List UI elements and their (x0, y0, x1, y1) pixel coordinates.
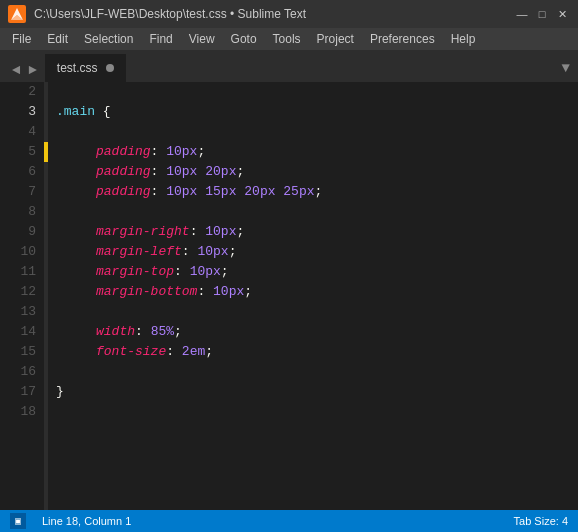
cursor-position: Line 18, Column 1 (42, 515, 131, 527)
menu-item-file[interactable]: File (4, 28, 39, 50)
tab-modified-indicator (106, 64, 114, 72)
code-line-3: .main { (56, 102, 578, 122)
brace-open: { (95, 102, 111, 122)
tab-list-dropdown[interactable]: ▼ (562, 60, 570, 76)
line-num-4: 5 (0, 142, 36, 162)
status-icon: ▣ (10, 513, 26, 529)
active-tab[interactable]: test.css (45, 54, 126, 82)
line-num-7: 8 (0, 202, 36, 222)
code-line-4 (56, 122, 578, 142)
code-line-18 (56, 402, 578, 422)
line-num-12: 13 (0, 302, 36, 322)
minimize-button[interactable]: — (514, 6, 530, 22)
line-num-11: 12 (0, 282, 36, 302)
code-line-10: margin-left : 10px ; (56, 242, 578, 262)
code-line-9: margin-right : 10px ; (56, 222, 578, 242)
line-num-15: 16 (0, 362, 36, 382)
brace-close: } (56, 382, 64, 402)
selector-token: .main (56, 102, 95, 122)
menu-item-tools[interactable]: Tools (265, 28, 309, 50)
line-num-13: 14 (0, 322, 36, 342)
modified-line-mark (44, 142, 48, 162)
window-title: C:\Users\JLF-WEB\Desktop\test.css • Subl… (34, 7, 506, 21)
property-token: margin-bottom (96, 282, 197, 302)
code-line-13 (56, 302, 578, 322)
property-token: padding (96, 182, 151, 202)
code-content[interactable]: .main { padding : 10px ; padding : 10px … (48, 82, 578, 510)
menu-item-selection[interactable]: Selection (76, 28, 141, 50)
property-token: padding (96, 162, 151, 182)
tab-size-info: Tab Size: 4 (514, 515, 568, 527)
line-num-5: 6 (0, 162, 36, 182)
code-line-5: padding : 10px ; (56, 142, 578, 162)
menu-item-goto[interactable]: Goto (223, 28, 265, 50)
menu-bar: FileEditSelectionFindViewGotoToolsProjec… (0, 28, 578, 50)
code-line-16 (56, 362, 578, 382)
property-token: padding (96, 142, 151, 162)
code-line-11: margin-top : 10px ; (56, 262, 578, 282)
tab-scroll-left[interactable]: ◄ (8, 62, 24, 78)
tab-bar: ◄ ► test.css ▼ (0, 50, 578, 82)
status-bar: ▣ Line 18, Column 1 Tab Size: 4 (0, 510, 578, 532)
tab-title: test.css (57, 61, 98, 75)
code-line-6: padding : 10px 20px ; (56, 162, 578, 182)
gutter-indicator (44, 82, 48, 510)
menu-item-edit[interactable]: Edit (39, 28, 76, 50)
menu-item-view[interactable]: View (181, 28, 223, 50)
line-num-17: 18 (0, 402, 36, 422)
close-button[interactable]: ✕ (554, 6, 570, 22)
line-num-1: 2 (0, 82, 36, 102)
line-num-14: 15 (0, 342, 36, 362)
code-line-17: } (56, 382, 578, 402)
code-line-8 (56, 202, 578, 222)
window-controls: — □ ✕ (514, 6, 570, 22)
line-numbers: 2 3 4 5 6 7 8 9 10 11 12 13 14 15 16 17 … (0, 82, 44, 510)
editor-area: 2 3 4 5 6 7 8 9 10 11 12 13 14 15 16 17 … (0, 82, 578, 510)
property-token: width (96, 322, 135, 342)
tab-scroll-right[interactable]: ► (24, 62, 40, 78)
line-num-3: 4 (0, 122, 36, 142)
code-line-15: font-size : 2em ; (56, 342, 578, 362)
property-token: font-size (96, 342, 166, 362)
code-line-7: padding : 10px 15px 20px 25px ; (56, 182, 578, 202)
menu-item-find[interactable]: Find (141, 28, 180, 50)
line-num-6: 7 (0, 182, 36, 202)
property-token: margin-left (96, 242, 182, 262)
line-num-2: 3 (0, 102, 36, 122)
code-line-12: margin-bottom : 10px ; (56, 282, 578, 302)
menu-item-help[interactable]: Help (443, 28, 484, 50)
line-num-10: 11 (0, 262, 36, 282)
menu-item-project[interactable]: Project (309, 28, 362, 50)
property-token: margin-top (96, 262, 174, 282)
line-num-9: 10 (0, 242, 36, 262)
maximize-button[interactable]: □ (534, 6, 550, 22)
code-line-2 (56, 82, 578, 102)
title-bar: C:\Users\JLF-WEB\Desktop\test.css • Subl… (0, 0, 578, 28)
menu-item-preferences[interactable]: Preferences (362, 28, 443, 50)
app-icon (8, 5, 26, 23)
line-num-8: 9 (0, 222, 36, 242)
line-num-16: 17 (0, 382, 36, 402)
property-token: margin-right (96, 222, 190, 242)
code-line-14: width : 85% ; (56, 322, 578, 342)
